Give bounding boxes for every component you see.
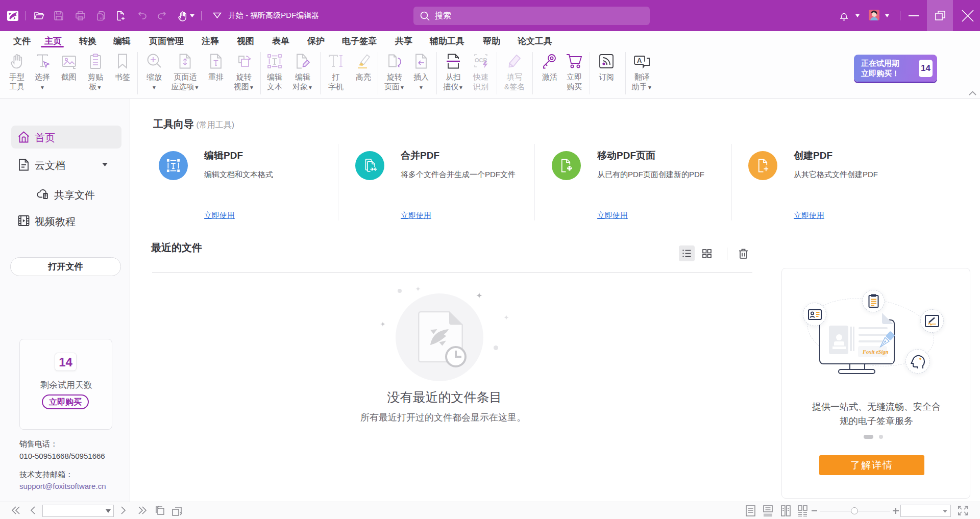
svg-text:A: A bbox=[637, 57, 642, 64]
